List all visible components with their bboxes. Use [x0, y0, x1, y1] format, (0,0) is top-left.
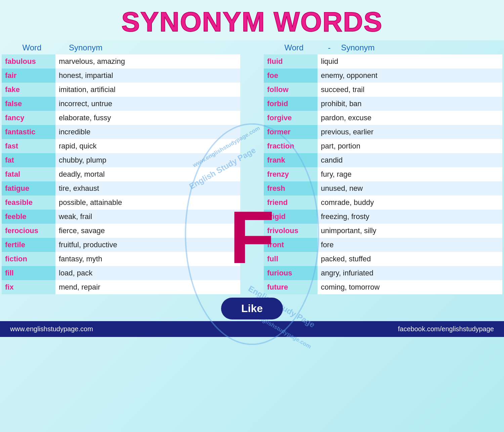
synonym-cell: part, portion [318, 139, 502, 153]
word-cell: forbid [264, 97, 318, 111]
word-cell: foe [264, 69, 318, 83]
synonym-cell: elaborate, fussy [55, 111, 240, 125]
word-cell: fat [2, 153, 55, 167]
table-row: feasible possible, attainable [2, 196, 240, 210]
left-table: fabulous marvelous, amazing fair honest,… [2, 54, 240, 294]
synonym-cell: marvelous, amazing [55, 54, 240, 69]
table-row: fantastic incredible [2, 125, 240, 139]
synonym-cell: prohibit, ban [318, 97, 502, 111]
table-row: fatigue tire, exhaust [2, 181, 240, 196]
right-table: fluid liquid foe enemy, opponent follow … [264, 54, 502, 294]
table-row: front fore [264, 238, 502, 252]
word-cell: frenzy [264, 167, 318, 181]
word-cell: former [264, 125, 318, 139]
table-row: forbid prohibit, ban [264, 97, 502, 111]
like-button[interactable]: Like [221, 298, 283, 319]
title-area: SYNONYM WORDS [0, 0, 504, 40]
word-cell: furious [264, 266, 318, 280]
table-row: foe enemy, opponent [264, 69, 502, 83]
synonym-cell: freezing, frosty [318, 210, 502, 224]
table-row: fix mend, repair [2, 280, 240, 294]
synonym-cell: possible, attainable [55, 196, 240, 210]
table-row: fabulous marvelous, amazing [2, 54, 240, 69]
word-cell: fancy [2, 111, 55, 125]
synonym-cell: liquid [318, 54, 502, 69]
table-row: future coming, tomorrow [264, 280, 502, 294]
table-row: former previous, earlier [264, 125, 502, 139]
table-row: fast rapid, quick [2, 139, 240, 153]
tables-wrapper: Word Synonym fabulous marvelous, amazing… [0, 40, 504, 294]
word-cell: feasible [2, 196, 55, 210]
word-cell: ferocious [2, 224, 55, 238]
word-cell: fatigue [2, 181, 55, 196]
word-cell: forgive [264, 111, 318, 125]
synonym-cell: incredible [55, 125, 240, 139]
right-header-dash: - [324, 43, 334, 52]
word-cell: feeble [2, 210, 55, 224]
word-cell: fair [2, 69, 55, 83]
footer-left: www.englishstudypage.com [10, 325, 93, 333]
page-title: SYNONYM WORDS [0, 6, 504, 38]
word-cell: front [264, 238, 318, 252]
synonym-cell: angry, infuriated [318, 266, 502, 280]
synonym-cell: coming, tomorrow [318, 280, 502, 294]
word-cell: full [264, 252, 318, 266]
synonym-cell: honest, impartial [55, 69, 240, 83]
right-header-word: Word [264, 43, 324, 52]
synonym-cell: load, pack [55, 266, 240, 280]
word-cell: frivolous [264, 224, 318, 238]
table-row: furious angry, infuriated [264, 266, 502, 280]
footer-right: facebook.com/englishstudypage [398, 325, 494, 333]
table-row: fluid liquid [264, 54, 502, 69]
word-cell: fatal [2, 167, 55, 181]
synonym-cell: previous, earlier [318, 125, 502, 139]
table-row: fat chubby, plump [2, 153, 240, 167]
synonym-cell: pardon, excuse [318, 111, 502, 125]
synonym-cell: fantasy, myth [55, 252, 240, 266]
right-header-synonym: Synonym [334, 43, 502, 52]
synonym-cell: deadly, mortal [55, 167, 240, 181]
table-row: fill load, pack [2, 266, 240, 280]
table-row: forgive pardon, excuse [264, 111, 502, 125]
synonym-cell: comrade, buddy [318, 196, 502, 210]
table-row: feeble weak, frail [2, 210, 240, 224]
synonym-cell: packed, stuffed [318, 252, 502, 266]
table-row: fraction part, portion [264, 139, 502, 153]
synonym-cell: enemy, opponent [318, 69, 502, 83]
table-row: ferocious fierce, savage [2, 224, 240, 238]
table-row: fresh unused, new [264, 181, 502, 196]
word-cell: false [2, 97, 55, 111]
table-row: frivolous unimportant, silly [264, 224, 502, 238]
left-header-word: Word [2, 43, 62, 52]
right-table-container: Word - Synonym fluid liquid foe enemy, o… [262, 40, 504, 294]
table-row: false incorrect, untrue [2, 97, 240, 111]
table-row: frank candid [264, 153, 502, 167]
right-col-headers: Word - Synonym [264, 40, 502, 54]
word-cell: future [264, 280, 318, 294]
like-button-area[interactable]: Like [0, 294, 504, 321]
word-cell: fantastic [2, 125, 55, 139]
table-row: fertile fruitful, productive [2, 238, 240, 252]
left-table-container: Word Synonym fabulous marvelous, amazing… [0, 40, 242, 294]
word-cell: fluid [264, 54, 318, 69]
table-row: frenzy fury, rage [264, 167, 502, 181]
word-cell: frigid [264, 210, 318, 224]
center-spacer [242, 40, 262, 294]
synonym-cell: imitation, artificial [55, 83, 240, 97]
synonym-cell: candid [318, 153, 502, 167]
word-cell: fast [2, 139, 55, 153]
word-cell: fertile [2, 238, 55, 252]
table-row: friend comrade, buddy [264, 196, 502, 210]
word-cell: fiction [2, 252, 55, 266]
footer: www.englishstudypage.com facebook.com/en… [0, 321, 504, 337]
synonym-cell: chubby, plump [55, 153, 240, 167]
table-row: full packed, stuffed [264, 252, 502, 266]
word-cell: fabulous [2, 54, 55, 69]
synonym-cell: tire, exhaust [55, 181, 240, 196]
synonym-cell: succeed, trail [318, 83, 502, 97]
word-cell: fix [2, 280, 55, 294]
synonym-cell: weak, frail [55, 210, 240, 224]
synonym-cell: mend, repair [55, 280, 240, 294]
word-cell: follow [264, 83, 318, 97]
synonym-cell: fierce, savage [55, 224, 240, 238]
